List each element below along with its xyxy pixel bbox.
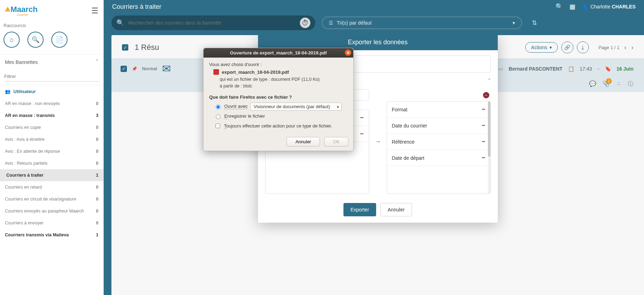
sidebar-item[interactable]: Courriers transmis via Maileva1	[0, 229, 103, 241]
remove-item-icon[interactable]: −	[482, 138, 485, 145]
shortcut-new-doc-button[interactable]: 📄	[51, 32, 67, 48]
sidebar-item-count: 1	[96, 232, 98, 237]
logo[interactable]: ⟁Maarch Courrier	[5, 4, 38, 18]
remove-item-icon[interactable]: −	[482, 106, 485, 113]
sidebar-item-count: 3	[96, 113, 98, 118]
download-dialog: Ouverture de export_maarch_18-04-2019.pd…	[203, 48, 354, 151]
search-icon: 🔍	[32, 36, 39, 44]
always-action-label: Toujours effectuer cette action pour ce …	[224, 123, 332, 129]
save-file-label: Enregistrer le fichier	[224, 113, 265, 119]
sidebar-item[interactable]: Courriers à traiter1	[0, 169, 103, 181]
file-type-prefix: qui est un fichier de type :	[220, 77, 270, 82]
sidebar-item-count: 0	[96, 101, 98, 106]
users-icon: 👥	[5, 89, 11, 94]
avatar-icon: 👤	[582, 4, 588, 9]
selected-item[interactable]: Date du courrier−	[387, 118, 490, 134]
stopwatch-icon[interactable]: ⏱	[300, 18, 310, 28]
search-input[interactable]	[126, 18, 298, 28]
sidebar-item-count: 1	[96, 173, 98, 178]
sidebar-item-count: 0	[96, 125, 98, 130]
page-title: Courriers à traiter	[112, 3, 161, 11]
selected-item-label: Date du courrier	[392, 123, 427, 129]
sidebar-item[interactable]: Courriers à envoyer0	[0, 217, 103, 229]
sidebar-item[interactable]: Courriers en retard0	[0, 181, 103, 193]
download-filename: export_maarch_18-04-2019.pdf	[222, 70, 289, 75]
user-section-label: Utilisateur	[13, 89, 36, 94]
sidebar-item-label: Courriers en retard	[5, 185, 42, 190]
topbar-search-icon[interactable]: 🔍	[555, 3, 563, 11]
sort-direction-icon[interactable]: ⇅	[532, 19, 537, 27]
logo-mark-icon: ⟁	[5, 3, 11, 13]
sidebar-item-label: Courriers transmis via Maileva	[5, 232, 69, 237]
sidebar-item[interactable]: Avis : En attente de réponse0	[0, 145, 103, 157]
sidebar-item-count: 0	[96, 221, 98, 225]
selected-item-label: Date de départ	[392, 155, 425, 161]
sidebar-item[interactable]: Avis : Retours partiels0	[0, 157, 103, 169]
remove-item-icon[interactable]: −	[482, 122, 485, 129]
file-from-prefix: à partir de :	[220, 84, 242, 88]
sort-dropdown[interactable]: ☰ Tri(s) par défaut ▾	[322, 17, 522, 29]
user-last-name: CHARLES	[612, 4, 636, 9]
download-question: Que doit faire Firefox avec ce fichier ?	[209, 94, 348, 100]
sidebar-item-label: Avis : En attente de réponse	[5, 149, 60, 154]
save-file-radio[interactable]	[216, 114, 220, 119]
selected-list: Format−Date du courrier−Référence−Date d…	[387, 101, 491, 194]
sort-label: Tri(s) par défaut	[337, 20, 372, 26]
remove-item-icon[interactable]: −	[360, 130, 364, 138]
selected-item[interactable]: Date de départ−	[387, 150, 490, 166]
scrollbar-thumb[interactable]	[488, 101, 490, 157]
remove-all-button[interactable]: −	[483, 92, 489, 98]
file-type-value: document PDF (11,0 Ko)	[271, 77, 320, 82]
logo-text: Maarch	[11, 5, 38, 14]
sidebar-item[interactable]: Avis : Avis à émettre0	[0, 133, 103, 145]
remove-item-icon[interactable]: −	[482, 154, 485, 162]
topbar: Courriers à traiter 🔍 ▦ 👤 Charlotte CHAR…	[104, 0, 644, 13]
pdf-icon	[213, 69, 219, 75]
download-dialog-title: Ouverture de export_maarch_18-04-2019.pd…	[230, 50, 327, 55]
chevron-up-icon[interactable]: ˄	[488, 78, 491, 84]
sidebar-item[interactable]: AR en masse : transmis3	[0, 110, 103, 122]
selected-item[interactable]: Référence−	[387, 134, 490, 150]
selected-item-label: Référence	[392, 139, 415, 145]
transfer-arrow-icon[interactable]: →	[374, 138, 382, 145]
shortcut-search-button[interactable]: 🔍	[27, 32, 44, 48]
search-bar[interactable]: 🔍 ⏱	[111, 15, 315, 30]
sidebar-item-count: 0	[96, 149, 98, 154]
always-action-checkbox[interactable]	[215, 124, 220, 128]
sidebar-item-count: 0	[96, 185, 98, 190]
open-with-select[interactable]: Visionneur de documents (par défaut)	[250, 103, 342, 111]
apps-grid-icon[interactable]: ▦	[569, 3, 575, 11]
user-menu[interactable]: 👤 Charlotte CHARLES	[582, 4, 636, 9]
download-cancel-button[interactable]: Annuler	[286, 137, 320, 146]
sidebar: ⟁Maarch Courrier ☰ Raccourcis ⌂ 🔍 📄 Mes …	[0, 0, 104, 295]
close-icon[interactable]: ✕	[345, 50, 351, 56]
selected-item[interactable]: Format−	[387, 101, 490, 118]
sidebar-item[interactable]: Courriers envoyés au parapheur Maarch0	[0, 205, 103, 217]
open-with-radio[interactable]	[216, 105, 220, 109]
sidebar-item-count: 0	[96, 209, 98, 214]
download-ok-button[interactable]: OK	[324, 137, 348, 146]
sidebar-item[interactable]: Courriers en copie0	[0, 122, 103, 133]
user-section-header: 👥 Utilisateur	[0, 85, 103, 98]
sidebar-item-label: Courriers à traiter	[6, 173, 44, 178]
shortcut-home-button[interactable]: ⌂	[4, 32, 20, 48]
sidebar-item-label: Courriers en copie	[5, 125, 41, 130]
sidebar-item[interactable]: Courriers en circuit de visa/signature0	[0, 193, 103, 205]
main: Courriers à traiter 🔍 ▦ 👤 Charlotte CHAR…	[104, 0, 644, 295]
sidebar-item-count: 0	[96, 137, 98, 142]
export-cancel-button[interactable]: Annuler	[380, 203, 412, 216]
export-confirm-button[interactable]: Exporter	[343, 203, 376, 216]
filter-input[interactable]	[4, 72, 100, 81]
remove-item-icon[interactable]: −	[360, 114, 364, 122]
file-from-value: blob:	[243, 84, 253, 88]
selected-item-label: Format	[392, 107, 407, 112]
chevron-up-icon: ˄	[96, 59, 98, 65]
menu-toggle-icon[interactable]: ☰	[91, 6, 98, 15]
search-icon: 🔍	[116, 19, 124, 27]
logo-subtitle: Courrier	[17, 13, 50, 17]
shortcuts-label: Raccourcis	[0, 20, 103, 30]
bannettes-header[interactable]: Mes Bannettes ˄	[0, 54, 103, 70]
chevron-down-icon: ▾	[513, 20, 515, 26]
sidebar-item-label: Avis : Avis à émettre	[5, 137, 45, 142]
sidebar-item[interactable]: AR en masse : non envoyés0	[0, 98, 103, 110]
